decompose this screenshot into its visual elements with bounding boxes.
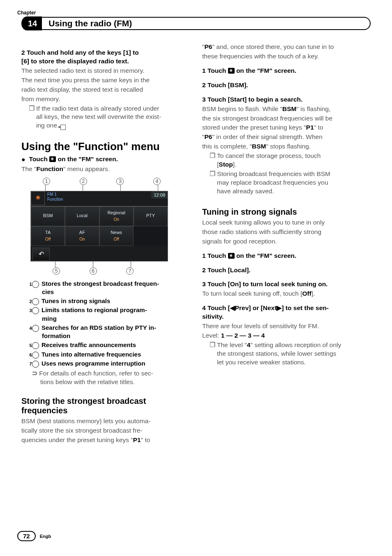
text: Touch bbox=[29, 155, 50, 162]
text: these frequencies with the touch of a ke… bbox=[202, 52, 371, 61]
level-line: Level: 1 — 2 — 3 — 4 bbox=[202, 331, 371, 340]
text: all keys, the new text will overwrite th… bbox=[36, 113, 161, 120]
text: The next time you press the same keys in… bbox=[21, 76, 190, 85]
func-item-1: 1Stores the strongest broadcast frequen-… bbox=[32, 280, 190, 297]
func-item-5: 5Receives traffic announcements bbox=[32, 341, 190, 349]
text: BSM begins to flash. While "BSM" is flas… bbox=[202, 105, 371, 114]
tuning-step2: 2 Touch [Local]. bbox=[202, 266, 371, 275]
text: the six strongest broadcast frequencies … bbox=[202, 114, 371, 123]
callout-6: 6 bbox=[90, 267, 97, 275]
chapter-number-badge: 14 bbox=[21, 16, 42, 30]
right-step3: 3 Touch [Start] to begin a search. bbox=[202, 95, 371, 104]
text: The selected radio text is stored in mem… bbox=[21, 67, 190, 75]
screen-cell-regional: RegionalOn bbox=[99, 206, 134, 226]
page-title: Using the radio (FM) bbox=[42, 17, 371, 30]
text: BSM (best stations memory) lets you auto… bbox=[21, 417, 190, 426]
note: If the radio text data is already stored… bbox=[21, 104, 190, 130]
text: Local seek tuning allows you to tune in … bbox=[202, 218, 371, 227]
gear-icon bbox=[49, 156, 56, 162]
screen-cell-ta: TAOff bbox=[31, 226, 65, 246]
screen-gear-icon: ✷ bbox=[31, 191, 45, 205]
gear-icon bbox=[228, 68, 235, 74]
title-bar: 14 Using the radio (FM) bbox=[21, 16, 371, 30]
callout-1: 1 bbox=[43, 178, 50, 185]
screen-title: FM 1Function bbox=[45, 191, 65, 203]
text: stored under the preset tuning keys "P1"… bbox=[202, 123, 371, 132]
function-menu-heading: Using the "Function" menu bbox=[21, 141, 190, 153]
callout-2: 2 bbox=[80, 178, 87, 185]
function-item-list: 1Stores the strongest broadcast frequen-… bbox=[32, 280, 190, 368]
func-item-4: 4Searches for an RDS station by PTY in-f… bbox=[32, 324, 190, 341]
text: on the "FM" screen. bbox=[56, 155, 118, 162]
note-replace: Storing broadcast frequencies with BSM m… bbox=[202, 170, 371, 196]
text: To turn local seek tuning off, touch [Of… bbox=[202, 290, 371, 298]
text: 2 Touch and hold any of the keys [1] to bbox=[21, 49, 139, 56]
screen-cell-af: AFOn bbox=[65, 226, 99, 246]
tuning-step4: 4 Touch [◀Prev] or [Next▶] to set the se… bbox=[202, 304, 371, 321]
text: quencies under the preset tuning keys "P… bbox=[21, 436, 190, 445]
text: this is complete, "BSM" stops flashing. bbox=[202, 142, 371, 151]
func-item-7: 7Uses news programme interruption bbox=[32, 359, 190, 368]
end-section-icon: ■ bbox=[60, 125, 66, 130]
text: There are four levels of sensitivity for… bbox=[202, 322, 371, 331]
note-level: The level "4" setting allows reception o… bbox=[202, 341, 371, 367]
text: from memory. bbox=[21, 95, 190, 104]
screen-cell-news: NewsOff bbox=[99, 226, 134, 246]
bsm-heading: Storing the strongest broadcastfrequenci… bbox=[21, 396, 190, 415]
bullet-icon: ● bbox=[21, 156, 29, 163]
text: The "Function" menu appears. bbox=[21, 165, 190, 174]
page-footer: 72 Engb bbox=[17, 531, 51, 541]
text: "P6" in order of their signal strength. … bbox=[202, 133, 371, 141]
text: those radio stations with sufficiently s… bbox=[202, 228, 371, 236]
left-column: 2 Touch and hold any of the keys [1] to … bbox=[21, 43, 190, 445]
chapter-label: Chapter bbox=[17, 10, 371, 16]
callout-5: 5 bbox=[53, 267, 60, 275]
callout-4: 4 bbox=[153, 178, 161, 185]
tuning-step1: 1 Touch on the "FM" screen. bbox=[202, 252, 371, 260]
text: signals for good reception. bbox=[202, 237, 371, 246]
text: "P6" and, once stored there, you can tun… bbox=[202, 43, 371, 51]
function-menu-screenshot: 1 2 3 4 ✷ FM 1Function 12:08 BSM bbox=[30, 178, 168, 275]
tuning-heading: Tuning in strong signals bbox=[202, 207, 371, 217]
right-step1: 1 Touch on the "FM" screen. bbox=[202, 67, 371, 75]
text: If the radio text data is already stored… bbox=[36, 105, 159, 112]
screen-cell-pty: PTY bbox=[134, 206, 168, 226]
callout-7: 7 bbox=[126, 267, 134, 275]
page-number: 72 bbox=[17, 531, 36, 541]
gear-icon bbox=[228, 253, 235, 259]
right-column: "P6" and, once stored there, you can tun… bbox=[202, 43, 371, 445]
screen-clock: 12:08 bbox=[151, 191, 168, 199]
screen-cell-local: Local bbox=[65, 206, 99, 226]
tuning-step3: 3 Touch [On] to turn local seek tuning o… bbox=[202, 280, 371, 289]
callout-3: 3 bbox=[116, 178, 124, 185]
function-bullet: ● Touch on the "FM" screen. bbox=[21, 155, 190, 164]
callout-bottom: 5 6 7 bbox=[30, 267, 168, 275]
func-item-3: 3Limits stations to regional program-min… bbox=[32, 306, 190, 323]
language-code: Engb bbox=[40, 534, 51, 539]
screen-back-icon: ↶ bbox=[32, 248, 50, 261]
note-stop: To cancel the storage process, touch [St… bbox=[202, 152, 371, 169]
text: [6] to store the displayed radio text. bbox=[21, 58, 129, 65]
right-step2: 2 Touch [BSM]. bbox=[202, 81, 371, 90]
text: ing one. ■ bbox=[36, 122, 66, 129]
callout-top: 1 2 3 4 bbox=[30, 178, 168, 185]
text: radio text display, the stored text is r… bbox=[21, 86, 190, 94]
text: tically store the six strongest broadcas… bbox=[21, 426, 190, 435]
screen-cell-bsm: BSM bbox=[31, 206, 65, 226]
left-step2-heading: 2 Touch and hold any of the keys [1] to … bbox=[21, 49, 190, 66]
device-screen: ✷ FM 1Function 12:08 BSM Local RegionalO… bbox=[30, 191, 168, 262]
screen-cell-empty bbox=[134, 226, 168, 246]
func-item-6: 6Tunes into alternative frequencies bbox=[32, 350, 190, 359]
cross-reference: For details of each function, refer to s… bbox=[32, 369, 190, 387]
func-item-2: 2Tunes in strong signals bbox=[32, 297, 190, 305]
